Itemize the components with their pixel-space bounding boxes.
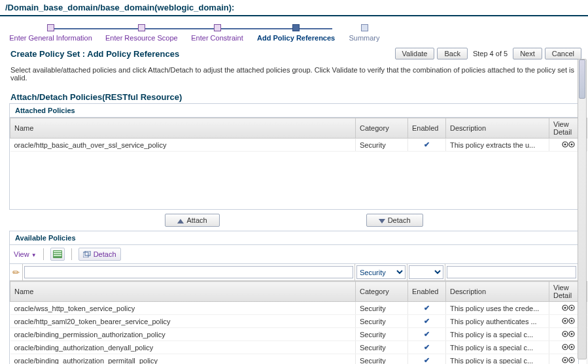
cell-category: Security [356, 302, 408, 315]
page-description: Select available/attached policies and c… [0, 63, 588, 87]
svg-point-16 [564, 320, 566, 322]
svg-point-13 [570, 306, 572, 308]
wizard-step[interactable]: Enter Constraint [181, 22, 253, 42]
col-header-enabled[interactable]: Enabled [408, 118, 446, 139]
detach-button[interactable]: Detach [366, 214, 423, 227]
next-button[interactable]: Next [513, 48, 542, 59]
wizard-step[interactable]: Enter Resource Scope [101, 22, 181, 42]
svg-point-17 [570, 320, 572, 322]
wizard-step-marker [47, 24, 54, 31]
available-policies-panel: Available Policies View ▼ Detach ✎ [9, 231, 579, 364]
available-toolbar: View ▼ Detach [10, 245, 578, 264]
enabled-filter-select[interactable] [409, 265, 443, 279]
cell-name: oracle/binding_permission_authorization_… [10, 328, 356, 341]
table-row[interactable]: oracle/binding_permission_authorization_… [10, 328, 587, 341]
cell-description: This policy uses the crede... [446, 302, 549, 315]
cancel-button[interactable]: Cancel [545, 48, 581, 59]
attached-policies-header: Attached Policies [10, 104, 578, 118]
grid-view-button[interactable] [50, 248, 65, 261]
attach-button[interactable]: Attach [165, 214, 219, 227]
svg-point-3 [570, 143, 572, 145]
validate-button[interactable]: Validate [395, 48, 435, 59]
col-header-name[interactable]: Name [10, 282, 356, 302]
svg-point-21 [570, 333, 572, 335]
svg-rect-9 [85, 251, 90, 256]
svg-point-24 [564, 346, 566, 348]
svg-rect-7 [54, 255, 61, 256]
detach-icon [83, 251, 91, 257]
cell-enabled: ✔ [408, 328, 446, 341]
svg-point-25 [570, 346, 572, 348]
detach-toolbar-button[interactable]: Detach [78, 248, 121, 261]
page-title: Create Policy Set : Add Policy Reference… [10, 49, 394, 59]
cell-description: This policy authenticates ... [446, 315, 549, 328]
breadcrumb: /Domain_base_domain/base_domain(weblogic… [0, 0, 588, 16]
wizard-step-label: Enter Constraint [181, 34, 253, 42]
cell-description: This policy is a special c... [446, 341, 549, 354]
wizard-step-marker [214, 24, 221, 31]
cell-enabled: ✔ [408, 139, 446, 152]
table-row[interactable]: oracle/http_basic_auth_over_ssl_service_… [10, 139, 587, 152]
cell-enabled: ✔ [408, 354, 446, 365]
grid-icon [53, 250, 62, 258]
svg-point-29 [570, 359, 572, 361]
name-filter-input[interactable] [24, 266, 353, 278]
col-header-enabled[interactable]: Enabled [408, 282, 446, 302]
attached-policies-panel: Attached Policies Name Category Enabled … [9, 103, 579, 210]
col-header-category[interactable]: Category [356, 118, 408, 139]
cell-name: oracle/http_basic_auth_over_ssl_service_… [10, 139, 356, 152]
col-header-name[interactable]: Name [10, 118, 356, 139]
wizard-step-marker [138, 24, 145, 31]
detach-toolbar-label: Detach [94, 250, 116, 258]
section-title: Attach/Detach Policies(RESTful Resource) [0, 87, 588, 103]
cell-category: Security [356, 341, 408, 354]
wizard-step[interactable]: Add Policy References [253, 22, 338, 42]
table-row[interactable]: oracle/binding_authorization_permitall_p… [10, 354, 587, 365]
table-row[interactable]: oracle/binding_authorization_denyall_pol… [10, 341, 587, 354]
wizard-step[interactable]: Summary [338, 22, 390, 42]
category-filter-select[interactable]: Security [356, 265, 406, 279]
wizard-step-label: Add Policy References [253, 34, 338, 42]
table-row[interactable]: oracle/http_saml20_token_bearer_service_… [10, 315, 587, 328]
cell-enabled: ✔ [408, 302, 446, 315]
vertical-scrollbar[interactable] [578, 59, 587, 359]
table-row[interactable]: oracle/wss_http_token_service_policySecu… [10, 302, 587, 315]
attached-policies-table: Name Category Enabled Description View D… [10, 118, 587, 152]
cell-category: Security [356, 328, 408, 341]
cell-description: This policy is a special c... [446, 354, 549, 365]
cell-category: Security [356, 139, 408, 152]
wizard-step-marker [361, 24, 368, 31]
col-header-description[interactable]: Description [446, 282, 549, 302]
available-policies-header: Available Policies [10, 231, 578, 245]
svg-point-12 [564, 306, 566, 308]
svg-rect-8 [83, 252, 88, 257]
cell-description: This policy extracts the u... [446, 139, 549, 152]
wizard-step-label: Enter General Information [0, 34, 101, 42]
back-button[interactable]: Back [437, 48, 467, 59]
cell-name: oracle/wss_http_token_service_policy [10, 302, 356, 315]
svg-rect-6 [54, 253, 61, 254]
wizard-step-label: Summary [338, 34, 390, 42]
cell-enabled: ✔ [408, 341, 446, 354]
scrollbar-thumb[interactable] [579, 59, 585, 99]
cell-description: This policy is a special c... [446, 328, 549, 341]
step-indicator: Step 4 of 5 [473, 50, 508, 58]
page-container: /Domain_base_domain/base_domain(weblogic… [0, 0, 588, 364]
description-filter-input[interactable] [447, 266, 576, 278]
filter-row: ✎ Security [10, 264, 578, 281]
cell-category: Security [356, 315, 408, 328]
wizard-progress: Enter General InformationEnter Resource … [0, 22, 588, 48]
col-header-description[interactable]: Description [446, 118, 549, 139]
triangle-down-icon [379, 219, 385, 223]
col-header-category[interactable]: Category [356, 282, 408, 302]
cell-name: oracle/http_saml20_token_bearer_service_… [10, 315, 356, 328]
wizard-step[interactable]: Enter General Information [0, 22, 101, 42]
edit-filter-icon[interactable]: ✎ [10, 266, 22, 278]
svg-point-28 [564, 359, 566, 361]
wizard-step-label: Enter Resource Scope [101, 34, 181, 42]
svg-rect-5 [54, 251, 61, 252]
wizard-step-marker [292, 24, 300, 31]
triangle-up-icon [177, 219, 184, 223]
view-menu-button[interactable]: View ▼ [14, 250, 37, 258]
cell-enabled: ✔ [408, 315, 446, 328]
